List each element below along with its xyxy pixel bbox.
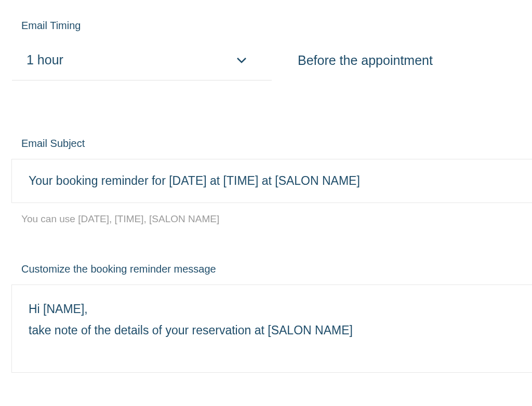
- message-textarea[interactable]: Hi [NAME], take note of the details of y…: [11, 285, 532, 373]
- subject-help-text: You can use [DATE], [TIME], [SALON NAME]: [21, 213, 532, 225]
- email-subject-input[interactable]: [11, 159, 532, 203]
- timing-dropdown-value: 1 hour: [26, 52, 63, 67]
- chevron-down-icon: [236, 55, 247, 65]
- timing-dropdown[interactable]: 1 hour: [12, 52, 272, 80]
- message-label: Customize the booking reminder message: [21, 263, 532, 275]
- email-timing-label: Email Timing: [21, 20, 532, 32]
- timing-suffix-text: Before the appointment: [298, 53, 433, 80]
- email-subject-label: Email Subject: [21, 138, 532, 150]
- timing-row: 1 hour Before the appointment: [0, 52, 532, 80]
